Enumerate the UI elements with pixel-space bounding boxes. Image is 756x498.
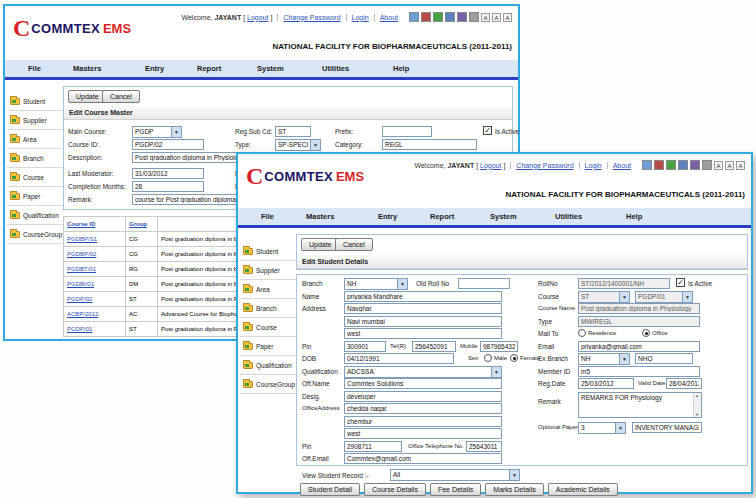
update-button[interactable]: Update	[301, 238, 340, 251]
change-password-link[interactable]: Change Password	[516, 162, 573, 169]
prefix-input[interactable]	[382, 126, 432, 137]
menu-utilities[interactable]: Utilities	[322, 64, 349, 73]
qualification-select[interactable]: ADCSSA	[344, 366, 502, 378]
office-address-line2-input[interactable]	[344, 416, 502, 427]
type-select[interactable]: SP-SPECI	[275, 139, 321, 151]
theme-swatch[interactable]	[409, 12, 419, 22]
course-id-link[interactable]: PGDBT/01	[67, 266, 96, 272]
optional-paper-name-input[interactable]	[632, 422, 702, 433]
last-moderator-input[interactable]	[132, 168, 204, 179]
course-id-link[interactable]: PGDBP/S1	[67, 236, 97, 242]
font-size-button[interactable]: A	[492, 13, 501, 22]
residence-radio[interactable]	[578, 329, 586, 337]
completion-months-input[interactable]	[132, 181, 204, 192]
sidebar-item-qualification[interactable]: Qualification	[240, 356, 296, 375]
sidebar-item-qualification[interactable]: Qualification	[7, 206, 63, 225]
office-pin-input[interactable]	[344, 441, 402, 452]
sidebar-item-supplier[interactable]: Supplier	[240, 261, 296, 280]
old-roll-no-input[interactable]	[458, 278, 510, 289]
group-header[interactable]: Group	[126, 217, 158, 232]
address-line1-input[interactable]	[344, 303, 502, 314]
office-telephone-input[interactable]	[466, 441, 502, 452]
font-size-button[interactable]: A	[481, 13, 490, 22]
sidebar-item-branch[interactable]: Branch	[7, 149, 63, 168]
menu-file[interactable]: File	[28, 64, 41, 73]
cancel-button[interactable]: Cancel	[335, 238, 373, 251]
change-password-link[interactable]: Change Password	[283, 14, 340, 21]
menu-system[interactable]: System	[490, 212, 517, 221]
sidebar-item-branch[interactable]: Branch	[240, 299, 296, 318]
tab-fee-details[interactable]: Fee Details	[430, 483, 481, 496]
update-button[interactable]: Update	[68, 90, 107, 103]
tab-marks-details[interactable]: Marks Details	[485, 483, 543, 496]
pin-input[interactable]	[344, 341, 386, 352]
login-link[interactable]: Login	[352, 14, 369, 21]
course-id-link[interactable]: PGDP/01	[67, 326, 92, 332]
tab-student-detail[interactable]: Student Detail	[300, 483, 360, 496]
sidebar-item-course[interactable]: Course	[240, 318, 296, 337]
course-id-link[interactable]: PGDBI/01	[67, 281, 94, 287]
logout-link[interactable]: Logout	[480, 162, 501, 169]
sidebar-item-coursegroup[interactable]: CourseGroup	[7, 225, 63, 244]
theme-swatch[interactable]	[421, 12, 431, 22]
valid-date-input[interactable]	[666, 378, 702, 389]
course-id-input[interactable]	[132, 139, 204, 150]
sidebar-item-coursegroup[interactable]: CourseGroup	[240, 375, 296, 394]
menu-help[interactable]: Help	[393, 64, 409, 73]
address-line2-input[interactable]	[344, 316, 502, 327]
menu-report[interactable]: Report	[197, 64, 221, 73]
member-id-input[interactable]	[578, 366, 700, 377]
sidebar-item-course[interactable]: Course	[7, 168, 63, 187]
sidebar-item-paper[interactable]: Paper	[240, 337, 296, 356]
menu-system[interactable]: System	[257, 64, 284, 73]
course-id-header[interactable]: Course ID	[64, 217, 126, 232]
menu-entry[interactable]: Entry	[378, 212, 397, 221]
about-link[interactable]: About	[380, 14, 398, 21]
menu-help[interactable]: Help	[626, 212, 642, 221]
desig-input[interactable]	[344, 391, 502, 402]
view-student-record-select[interactable]: All	[390, 469, 520, 481]
font-size-button[interactable]: A	[714, 161, 723, 170]
category-input[interactable]	[382, 139, 477, 150]
sidebar-item-student[interactable]: Student	[7, 92, 63, 111]
theme-swatch[interactable]	[445, 12, 455, 22]
address-line3-input[interactable]	[344, 328, 502, 339]
course-id-link[interactable]: PGDP/02	[67, 296, 92, 302]
ex-branch-select[interactable]: NH	[578, 353, 630, 365]
theme-swatch[interactable]	[642, 160, 652, 170]
logout-link[interactable]: Logout	[247, 14, 268, 21]
male-radio[interactable]	[484, 354, 492, 362]
menu-masters[interactable]: Masters	[73, 64, 101, 73]
theme-swatch[interactable]	[690, 160, 700, 170]
sidebar-item-paper[interactable]: Paper	[7, 187, 63, 206]
ex-branch-name-input[interactable]	[635, 353, 693, 364]
branch-select[interactable]: NH	[344, 278, 408, 290]
tab-course-details[interactable]: Course Details	[364, 483, 426, 496]
student-remark-textarea[interactable]: REMARKS FOR Physiology	[578, 392, 702, 418]
office-address-line1-input[interactable]	[344, 403, 502, 414]
theme-swatch[interactable]	[654, 160, 664, 170]
theme-swatch[interactable]	[702, 160, 712, 170]
optional-paper-select[interactable]: 3	[578, 422, 626, 434]
about-link[interactable]: About	[613, 162, 631, 169]
office-radio[interactable]	[642, 329, 650, 337]
menu-utilities[interactable]: Utilities	[555, 212, 582, 221]
email-input[interactable]	[578, 341, 700, 352]
theme-swatch[interactable]	[433, 12, 443, 22]
sidebar-item-supplier[interactable]: Supplier	[7, 111, 63, 130]
name-input[interactable]	[344, 291, 502, 302]
regsub-input[interactable]	[275, 126, 311, 137]
scrollbar[interactable]	[693, 393, 701, 417]
font-size-button[interactable]: A	[725, 161, 734, 170]
font-size-button[interactable]: A	[503, 13, 512, 22]
telr-input[interactable]	[412, 341, 456, 352]
theme-swatch[interactable]	[678, 160, 688, 170]
off-name-input[interactable]	[344, 378, 502, 389]
sidebar-item-area[interactable]: Area	[240, 280, 296, 299]
is-active-checkbox[interactable]	[483, 126, 492, 135]
font-size-button[interactable]: A	[736, 161, 745, 170]
menu-masters[interactable]: Masters	[306, 212, 334, 221]
theme-swatch[interactable]	[457, 12, 467, 22]
theme-swatch[interactable]	[666, 160, 676, 170]
mobile-input[interactable]	[480, 341, 518, 352]
